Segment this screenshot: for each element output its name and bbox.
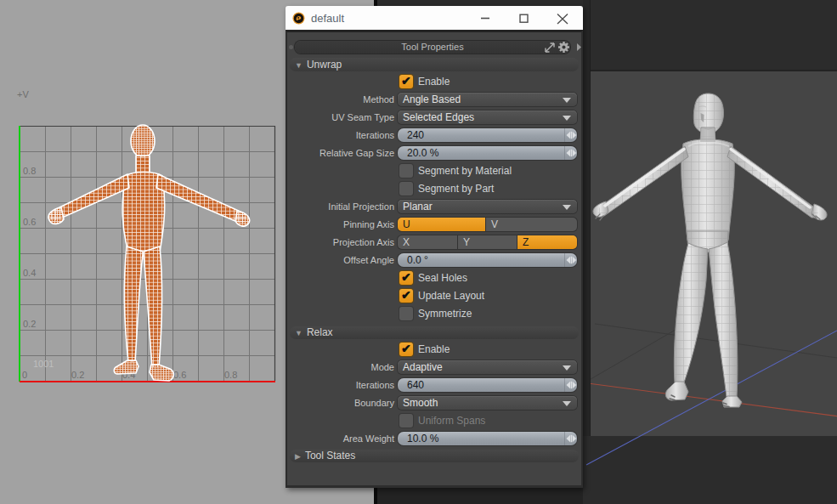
svg-text:0.2: 0.2 [23, 319, 36, 329]
svg-text:0.4: 0.4 [23, 268, 36, 278]
svg-text:0.6: 0.6 [173, 370, 186, 380]
svg-text:0.8: 0.8 [23, 166, 36, 176]
svg-text:0: 0 [22, 370, 27, 380]
svg-text:+V: +V [17, 89, 29, 99]
svg-text:0.6: 0.6 [23, 217, 36, 227]
svg-text:0.2: 0.2 [71, 370, 84, 380]
svg-text:1001: 1001 [33, 359, 54, 369]
svg-text:0.8: 0.8 [224, 370, 237, 380]
